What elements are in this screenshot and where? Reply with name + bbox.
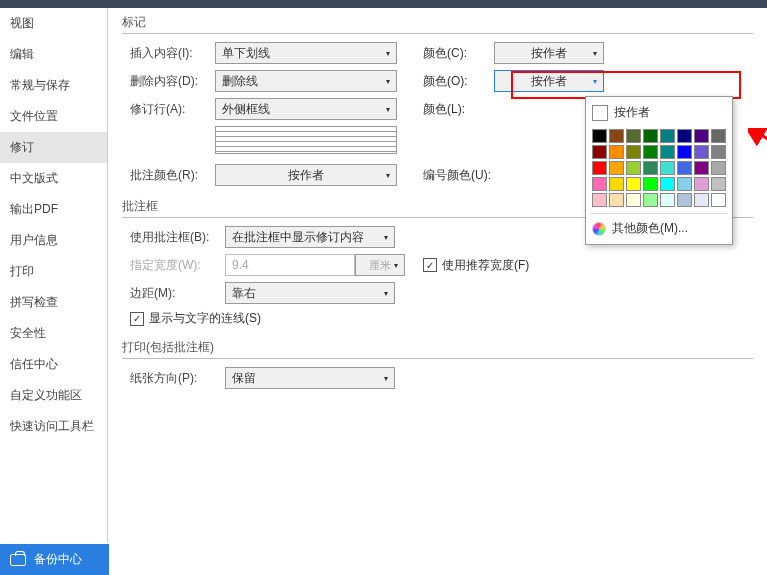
sidebar-item-label: 文件位置 xyxy=(10,109,58,123)
sidebar-item-print[interactable]: 打印 xyxy=(0,256,107,287)
color-swatch[interactable] xyxy=(592,177,607,191)
sidebar-item-customize-ribbon[interactable]: 自定义功能区 xyxy=(0,380,107,411)
sidebar-item-chinese-layout[interactable]: 中文版式 xyxy=(0,163,107,194)
color-swatch[interactable] xyxy=(626,193,641,207)
insert-content-select[interactable]: 单下划线▾ xyxy=(215,42,397,64)
color-swatch[interactable] xyxy=(643,177,658,191)
color-swatch[interactable] xyxy=(643,145,658,159)
backup-center-button[interactable]: 备份中心 xyxy=(0,544,109,575)
color-swatch[interactable] xyxy=(711,177,726,191)
color-swatch[interactable] xyxy=(643,193,658,207)
paper-orientation-select[interactable]: 保留▾ xyxy=(225,367,395,389)
sidebar-item-label: 安全性 xyxy=(10,326,46,340)
color-swatch[interactable] xyxy=(660,177,675,191)
insert-color-label: 颜色(C): xyxy=(419,45,494,62)
chevron-down-icon: ▾ xyxy=(384,289,388,298)
recommend-width-checkbox[interactable]: ✓ 使用推荐宽度(F) xyxy=(423,257,529,274)
color-swatch[interactable] xyxy=(626,129,641,143)
sidebar-item-user-info[interactable]: 用户信息 xyxy=(0,225,107,256)
color-swatch[interactable] xyxy=(694,129,709,143)
use-balloon-label: 使用批注框(B): xyxy=(130,229,225,246)
color-swatch[interactable] xyxy=(711,161,726,175)
sidebar-item-label: 中文版式 xyxy=(10,171,58,185)
color-swatch[interactable] xyxy=(609,129,624,143)
color-swatch[interactable] xyxy=(711,129,726,143)
color-swatch[interactable] xyxy=(592,145,607,159)
color-swatch[interactable] xyxy=(609,177,624,191)
color-swatch[interactable] xyxy=(694,193,709,207)
sidebar-item-trust-center[interactable]: 信任中心 xyxy=(0,349,107,380)
divider xyxy=(122,358,753,359)
sidebar-item-label: 拼写检查 xyxy=(10,295,58,309)
sidebar-item-label: 自定义功能区 xyxy=(10,388,82,402)
color-swatch[interactable] xyxy=(609,145,624,159)
delete-content-select[interactable]: 删除线▾ xyxy=(215,70,397,92)
insert-color-select[interactable]: 按作者▾ xyxy=(494,42,604,64)
sidebar-item-revision[interactable]: 修订 xyxy=(0,132,107,163)
revise-line-select[interactable]: 外侧框线▾ xyxy=(215,98,397,120)
sidebar-item-label: 视图 xyxy=(10,16,34,30)
margin-select[interactable]: 靠右▾ xyxy=(225,282,395,304)
color-swatch[interactable] xyxy=(643,129,658,143)
by-author-option[interactable]: 按作者 xyxy=(590,101,728,127)
color-swatch[interactable] xyxy=(660,193,675,207)
number-color-label: 编号颜色(U): xyxy=(419,167,494,184)
color-swatch[interactable] xyxy=(626,177,641,191)
color-swatch[interactable] xyxy=(626,145,641,159)
width-unit-select[interactable]: 厘米▾ xyxy=(355,254,405,276)
color-swatch[interactable] xyxy=(643,161,658,175)
color-swatch[interactable] xyxy=(694,177,709,191)
divider xyxy=(122,33,753,34)
row-width: 指定宽度(W): 9.4 厘米▾ ✓ 使用推荐宽度(F) xyxy=(130,254,753,276)
color-swatch[interactable] xyxy=(609,193,624,207)
color-swatch[interactable] xyxy=(592,129,607,143)
use-balloon-select[interactable]: 在批注框中显示修订内容▾ xyxy=(225,226,395,248)
sidebar-item-general-save[interactable]: 常规与保存 xyxy=(0,70,107,101)
chevron-down-icon: ▾ xyxy=(386,105,390,114)
show-lines-label: 显示与文字的连线(S) xyxy=(149,310,261,327)
sidebar-item-quick-access[interactable]: 快速访问工具栏 xyxy=(0,411,107,442)
revise-line-label: 修订行(A): xyxy=(130,101,215,118)
color-swatch[interactable] xyxy=(694,145,709,159)
title-bar xyxy=(0,0,767,8)
sidebar-item-view[interactable]: 视图 xyxy=(0,8,107,39)
other-colors-option[interactable]: 其他颜色(M)... xyxy=(590,213,728,240)
sidebar-item-file-location[interactable]: 文件位置 xyxy=(0,101,107,132)
color-swatch[interactable] xyxy=(660,129,675,143)
backup-icon xyxy=(10,554,26,566)
sidebar-item-security[interactable]: 安全性 xyxy=(0,318,107,349)
color-swatch[interactable] xyxy=(677,177,692,191)
color-swatch[interactable] xyxy=(677,193,692,207)
sidebar-item-label: 修订 xyxy=(10,140,34,154)
comment-color-select[interactable]: 按作者▾ xyxy=(215,164,397,186)
delete-color-select[interactable]: 按作者▾ xyxy=(494,70,604,92)
color-swatch[interactable] xyxy=(592,161,607,175)
color-swatch[interactable] xyxy=(660,161,675,175)
comment-color-label: 批注颜色(R): xyxy=(130,167,215,184)
row-margin: 边距(M): 靠右▾ xyxy=(130,282,753,304)
row-show-lines: ✓ 显示与文字的连线(S) xyxy=(130,310,753,327)
color-swatch[interactable] xyxy=(711,145,726,159)
sidebar-item-label: 常规与保存 xyxy=(10,78,70,92)
chevron-down-icon: ▾ xyxy=(394,261,398,270)
sidebar-item-output-pdf[interactable]: 输出PDF xyxy=(0,194,107,225)
sidebar-item-spell-check[interactable]: 拼写检查 xyxy=(0,287,107,318)
color-swatch[interactable] xyxy=(609,161,624,175)
insert-content-label: 插入内容(I): xyxy=(130,45,215,62)
color-swatch[interactable] xyxy=(626,161,641,175)
sidebar-item-edit[interactable]: 编辑 xyxy=(0,39,107,70)
color-swatch[interactable] xyxy=(660,145,675,159)
color-swatch[interactable] xyxy=(677,129,692,143)
color-swatch[interactable] xyxy=(677,161,692,175)
chevron-down-icon: ▾ xyxy=(386,49,390,58)
sidebar: 视图 编辑 常规与保存 文件位置 修订 中文版式 输出PDF 用户信息 打印 拼… xyxy=(0,8,108,543)
width-input[interactable]: 9.4 xyxy=(225,254,355,276)
color-swatch[interactable] xyxy=(711,193,726,207)
show-lines-checkbox[interactable]: ✓ 显示与文字的连线(S) xyxy=(130,310,261,327)
color-swatch[interactable] xyxy=(592,193,607,207)
section-header-mark: 标记 xyxy=(122,14,753,31)
color-swatch[interactable] xyxy=(677,145,692,159)
chevron-down-icon: ▾ xyxy=(384,374,388,383)
delete-color-label: 颜色(O): xyxy=(419,73,494,90)
color-swatch[interactable] xyxy=(694,161,709,175)
